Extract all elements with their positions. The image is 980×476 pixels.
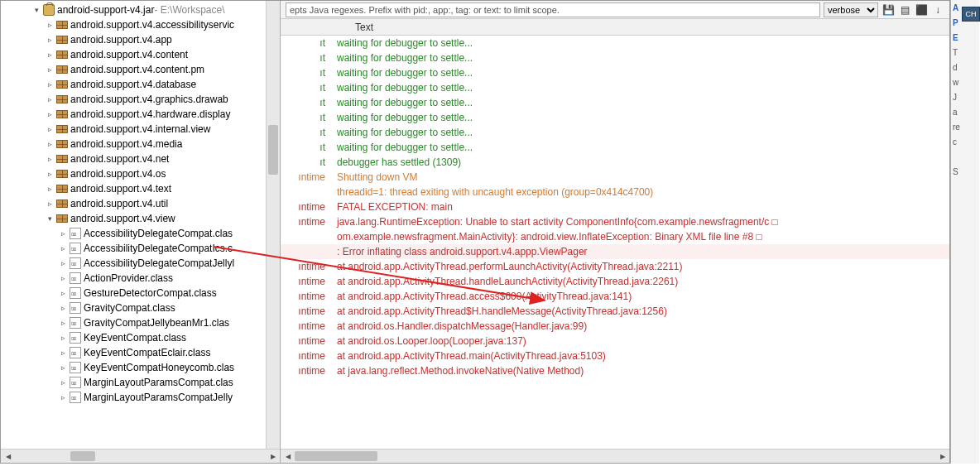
log-row[interactable]: ıntimeat android.os.Handler.dispatchMess… — [281, 319, 949, 334]
expander-icon[interactable]: ▹ — [46, 140, 54, 148]
log-tag: ıntime — [281, 216, 337, 228]
scroll-right-icon[interactable]: ▶ — [266, 450, 280, 464]
tree-package[interactable]: ▹android.support.v4.net — [1, 151, 280, 166]
expander-icon[interactable]: ▹ — [46, 185, 54, 193]
log-row[interactable]: ıtwaiting for debugger to settle... — [281, 50, 949, 65]
expander-icon[interactable]: ▹ — [59, 229, 67, 238]
expander-icon[interactable]: ▹ — [59, 259, 67, 267]
tree-class[interactable]: ▹ActionProvider.class — [1, 271, 280, 286]
log-row[interactable]: : Error inflating class android.support.… — [281, 244, 949, 259]
log-body[interactable]: ıtwaiting for debugger to settle...ıtwai… — [281, 36, 949, 449]
tree-class[interactable]: ▹GravityCompatJellybeanMr1.clas — [1, 315, 280, 330]
scroll-right-icon[interactable]: ▶ — [935, 450, 949, 464]
tree-class[interactable]: ▹MarginLayoutParamsCompat.clas — [1, 375, 280, 390]
expander-icon[interactable]: ▹ — [59, 304, 67, 312]
expander-icon[interactable]: ▹ — [46, 21, 54, 29]
log-row[interactable]: ıntimeFATAL EXCEPTION: main — [281, 200, 949, 214]
tree-jar[interactable]: ▾android-support-v4.jar - E:\Workspace\ — [1, 2, 280, 17]
tree-package[interactable]: ▹android.support.v4.os — [1, 166, 280, 181]
tree-package[interactable]: ▹android.support.v4.hardware.display — [1, 107, 280, 122]
tree-class[interactable]: ▹GravityCompat.class — [1, 301, 280, 315]
scroll-left-icon[interactable]: ◀ — [281, 450, 295, 464]
expander-icon[interactable]: ▹ — [46, 170, 54, 178]
filter-input[interactable] — [286, 2, 820, 17]
scroll-lock-icon[interactable]: ↓ — [931, 3, 944, 17]
tree-package[interactable]: ▹android.support.v4.util — [1, 196, 280, 211]
expander-icon[interactable]: ▾ — [46, 214, 54, 223]
log-row[interactable]: ıntimejava.lang.RuntimeException: Unable… — [281, 214, 949, 229]
tree-class[interactable]: ▹MarginLayoutParamsCompatJelly — [1, 390, 280, 405]
expander-icon[interactable]: ▹ — [59, 319, 67, 327]
tree[interactable]: ▾android-support-v4.jar - E:\Workspace\▹… — [1, 1, 280, 449]
expander-icon[interactable]: ▹ — [59, 378, 67, 387]
tree-class[interactable]: ▹KeyEventCompatEclair.class — [1, 345, 280, 360]
log-text: waiting for debugger to settle... — [337, 112, 949, 123]
log-row[interactable]: ıntimeat android.app.ActivityThread.hand… — [281, 274, 949, 289]
save-icon[interactable]: 💾 — [882, 3, 895, 17]
expander-icon[interactable]: ▹ — [46, 125, 54, 133]
tree-package[interactable]: ▹android.support.v4.content — [1, 47, 280, 62]
expander-icon[interactable]: ▹ — [46, 36, 54, 44]
log-row[interactable]: ıtwaiting for debugger to settle... — [281, 140, 949, 155]
log-row[interactable]: ıntimeat android.app.ActivityThread.perf… — [281, 259, 949, 274]
log-row[interactable]: ıntimeat android.app.ActivityThread.main… — [281, 349, 949, 363]
expander-icon[interactable]: ▹ — [46, 50, 54, 59]
tree-class[interactable]: ▹AccessibilityDelegateCompat.clas — [1, 226, 280, 241]
expander-icon[interactable]: ▹ — [46, 155, 54, 163]
log-row[interactable]: ıntimeat java.lang.reflect.Method.invoke… — [281, 363, 949, 378]
tree-class[interactable]: ▹KeyEventCompat.class — [1, 330, 280, 345]
tree-class[interactable]: ▹KeyEventCompatHoneycomb.clas — [1, 360, 280, 375]
tree-package[interactable]: ▹android.support.v4.content.pm — [1, 62, 280, 77]
expander-icon[interactable]: ▹ — [59, 274, 67, 282]
display-icon[interactable]: ⬛ — [915, 3, 928, 17]
log-row[interactable]: ıntimeat android.app.ActivityThread$H.ha… — [281, 304, 949, 319]
tree-package[interactable]: ▹android.support.v4.graphics.drawab — [1, 92, 280, 107]
log-row[interactable]: om.example.newsfragment.MainActivity}: a… — [281, 229, 949, 244]
expander-icon[interactable]: ▹ — [59, 334, 67, 342]
scroll-left-icon[interactable]: ◀ — [1, 450, 15, 464]
log-level-select[interactable]: verbose — [824, 2, 878, 17]
log-row[interactable]: ıtwaiting for debugger to settle... — [281, 125, 949, 140]
horizontal-scrollbar[interactable]: ◀ ▶ — [1, 449, 280, 463]
tree-class[interactable]: ▹GestureDetectorCompat.class — [1, 286, 280, 301]
expander-icon[interactable]: ▹ — [46, 200, 54, 208]
log-row[interactable]: ıtwaiting for debugger to settle... — [281, 36, 949, 50]
log-row[interactable]: threadid=1: thread exiting with uncaught… — [281, 185, 949, 200]
tree-package[interactable]: ▹android.support.v4.media — [1, 137, 280, 151]
scroll-thumb[interactable] — [268, 125, 278, 175]
log-row[interactable]: ıtwaiting for debugger to settle... — [281, 80, 949, 95]
log-row[interactable]: ıtwaiting for debugger to settle... — [281, 95, 949, 110]
tree-class[interactable]: ▹AccessibilityDelegateCompatJellyl — [1, 256, 280, 271]
log-row[interactable]: ıtwaiting for debugger to settle... — [281, 110, 949, 125]
expander-icon[interactable]: ▹ — [46, 95, 54, 103]
log-row[interactable]: ıntimeat android.os.Looper.loop(Looper.j… — [281, 334, 949, 349]
log-text: : Error inflating class android.support.… — [337, 246, 949, 257]
expander-icon[interactable]: ▹ — [46, 80, 54, 89]
clear-icon[interactable]: ▤ — [898, 3, 911, 17]
horizontal-scrollbar[interactable]: ◀ ▶ — [281, 449, 949, 463]
log-row[interactable]: ıntimeat android.app.ActivityThread.acce… — [281, 289, 949, 304]
tree-package[interactable]: ▾android.support.v4.view — [1, 211, 280, 226]
tree-package[interactable]: ▹android.support.v4.internal.view — [1, 122, 280, 137]
ime-indicator[interactable]: CH — [962, 7, 980, 22]
tree-package[interactable]: ▹android.support.v4.database — [1, 77, 280, 92]
vertical-scrollbar[interactable] — [266, 1, 280, 449]
tree-package[interactable]: ▹android.support.v4.accessibilityservic — [1, 17, 280, 32]
expander-icon[interactable]: ▹ — [59, 244, 67, 252]
tree-package[interactable]: ▹android.support.v4.text — [1, 181, 280, 196]
tree-class[interactable]: ▹AccessibilityDelegateCompatIcs.c — [1, 241, 280, 256]
log-row[interactable]: ıntimeShutting down VM — [281, 170, 949, 185]
expander-icon[interactable]: ▹ — [59, 393, 67, 401]
expander-icon[interactable]: ▹ — [59, 349, 67, 357]
expander-icon[interactable]: ▹ — [59, 289, 67, 297]
log-row[interactable]: ıtdebugger has settled (1309) — [281, 155, 949, 170]
expander-icon[interactable]: ▹ — [59, 363, 67, 372]
expander-icon[interactable]: ▹ — [46, 110, 54, 118]
log-text: at android.os.Handler.dispatchMessage(Ha… — [337, 320, 949, 332]
scroll-thumb[interactable] — [70, 451, 95, 461]
expander-icon[interactable]: ▹ — [46, 65, 54, 74]
scroll-thumb[interactable] — [295, 451, 377, 461]
tree-package[interactable]: ▹android.support.v4.app — [1, 32, 280, 47]
log-row[interactable]: ıtwaiting for debugger to settle... — [281, 65, 949, 80]
expander-icon[interactable]: ▾ — [32, 6, 41, 14]
